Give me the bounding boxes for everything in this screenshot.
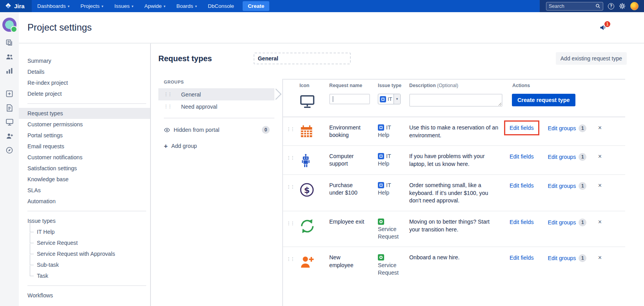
sidebar-item-request-types[interactable]: Request types [19,108,150,119]
it-help-type-icon [378,124,384,131]
issue-type: Service Request [378,218,409,241]
group-item-need-approval[interactable]: Need approval [158,100,274,113]
remove-request-type-button[interactable]: × [598,182,602,189]
search-icon [595,4,600,9]
group-name-input[interactable] [254,53,351,64]
drag-handle-icon[interactable] [287,257,295,261]
sidebar-item-slas[interactable]: SLAs [19,185,150,196]
queues-icon[interactable] [5,39,13,47]
customers-icon[interactable] [5,53,14,61]
groups-panel: GROUPS General Need approval [158,79,282,306]
sidebar-item-customer-notifications[interactable]: Customer notifications [19,152,150,163]
edit-fields-link[interactable]: Edit fields [510,255,534,261]
gear-icon[interactable] [619,3,626,9]
request-description: If you have problems with your laptop, l… [409,153,510,168]
col-header-issue-type: Issue type [378,83,409,88]
knowledge-base-icon[interactable] [6,104,13,112]
groups-count-badge: 1 [579,182,586,190]
invite-team-icon[interactable] [5,132,14,140]
monitor-request-icon[interactable] [299,95,329,109]
sidebar-item-it-help[interactable]: IT Help [19,226,150,237]
sidebar-item-delete-project[interactable]: Delete project [19,88,150,99]
nav-boards[interactable]: Boards▾ [171,0,202,12]
sidebar-item-sub-task[interactable]: Sub-task [19,259,150,270]
hidden-from-portal-item[interactable]: Hidden from portal 0 [158,124,274,136]
add-group-button[interactable]: Add group [158,140,282,151]
table-row: Employee exit Service Request Moving on … [283,211,625,248]
edit-groups-link[interactable]: Edit groups [548,154,576,160]
help-icon[interactable] [608,3,614,9]
sidebar-item-reindex-project[interactable]: Re-index project [19,77,150,88]
request-name: New employee [329,254,378,269]
sidebar-item-service-request-with-approvals[interactable]: Service Request with Approvals [19,248,150,259]
edit-groups-link[interactable]: Edit groups [548,125,576,131]
search-box[interactable] [546,2,603,11]
edit-groups-link[interactable]: Edit groups [548,183,576,189]
select-caret-button[interactable]: ▼ [394,94,400,104]
reports-icon[interactable] [5,67,13,75]
search-input[interactable] [549,4,595,9]
main-navigation: Dashboards▾ Projects▾ Issues▾ Apwide▾ Bo… [32,0,269,12]
add-existing-request-type-button[interactable]: Add existing request type [556,52,627,65]
issue-type-select[interactable]: IT Help ▼ [378,94,401,104]
sidebar-item-issue-types[interactable]: Issue types [19,215,150,226]
nav-issues[interactable]: Issues▾ [109,0,139,12]
raise-request-icon[interactable] [5,90,13,98]
sidebar-item-automation[interactable]: Automation [19,196,150,207]
user-avatar[interactable] [630,2,639,10]
drag-handle-icon[interactable] [287,185,295,189]
drag-handle-icon[interactable] [287,156,295,160]
create-button[interactable]: Create [243,1,269,11]
sidebar-item-workflows[interactable]: Workflows [19,290,150,301]
group-item-general[interactable]: General [158,88,274,100]
project-avatar[interactable] [2,18,16,32]
nav-apwide[interactable]: Apwide▾ [139,0,171,12]
sidebar-item-portal-settings[interactable]: Portal settings [19,130,150,141]
sidebar-divider [27,103,146,104]
nav-dbconsole[interactable]: DbConsole [202,0,239,12]
top-navbar: Jira Dashboards▾ Projects▾ Issues▾ Apwid… [0,0,644,12]
edit-groups-link[interactable]: Edit groups [548,255,576,261]
compass-icon[interactable] [5,146,13,154]
application-window: Jira Dashboards▾ Projects▾ Issues▾ Apwid… [0,0,644,306]
remove-request-type-button[interactable]: × [598,219,602,225]
sidebar-item-knowledge-base[interactable]: Knowledge base [19,174,150,185]
edit-fields-link[interactable]: Edit fields [510,125,534,131]
robot-icon [299,153,329,168]
remove-request-type-button[interactable]: × [598,124,602,131]
sidebar-item-satisfaction-settings[interactable]: Satisfaction settings [19,163,150,174]
left-icon-rail [0,12,19,306]
sidebar-item-task[interactable]: Task [19,270,150,281]
sidebar-item-summary[interactable]: Summary [19,55,150,66]
sidebar-item-email-requests[interactable]: Email requests [19,141,150,152]
notification-icon[interactable]: 1 [599,24,607,31]
remove-request-type-button[interactable]: × [598,153,602,160]
edit-fields-link[interactable]: Edit fields [510,182,534,189]
drag-handle-icon[interactable] [164,104,172,109]
remove-request-type-button[interactable]: × [598,254,602,261]
customer-channels-icon[interactable] [5,118,14,126]
request-name-input[interactable] [329,94,370,104]
sidebar-item-service-request[interactable]: Service Request [19,237,150,248]
col-header-request-name: Request name [329,83,378,88]
description-textarea[interactable] [409,94,503,107]
it-help-type-icon [378,153,384,159]
create-request-type-button[interactable]: Create request type [512,94,575,106]
drag-handle-icon[interactable] [164,92,172,97]
chevron-down-icon: ▾ [132,4,134,8]
sidebar-item-customer-permissions[interactable]: Customer permissions [19,119,150,130]
notification-badge: 1 [604,21,610,27]
drag-handle-icon[interactable] [287,127,295,131]
edit-fields-link[interactable]: Edit fields [510,219,534,225]
sidebar-item-details[interactable]: Details [19,66,150,77]
drag-handle-icon[interactable] [287,221,295,226]
nav-dashboards[interactable]: Dashboards▾ [32,0,75,12]
nav-projects[interactable]: Projects▾ [75,0,109,12]
jira-logo[interactable]: Jira [0,0,32,12]
col-header-icon: Icon [295,83,329,88]
chevron-down-icon: ▾ [163,4,165,8]
edit-fields-link[interactable]: Edit fields [510,153,534,160]
edit-groups-link[interactable]: Edit groups [548,219,576,226]
groups-count-badge: 1 [579,124,586,132]
section-heading: Request types [158,54,212,63]
